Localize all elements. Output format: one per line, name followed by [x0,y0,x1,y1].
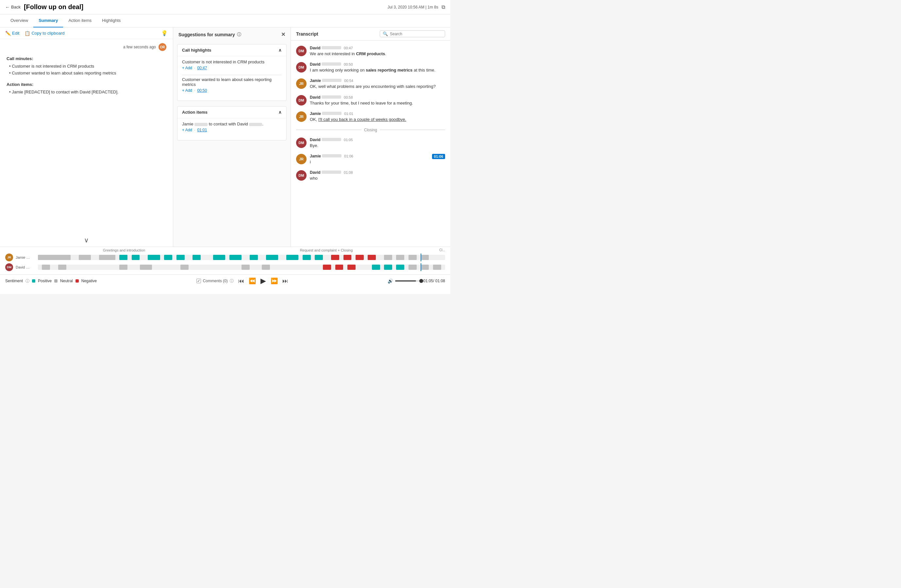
add-highlight-1-button[interactable]: + Add [182,66,192,70]
left-content: a few seconds ago OR Call minutes: • Cus… [0,39,173,247]
search-input[interactable] [390,32,439,36]
comments-checkbox[interactable]: ✓ [196,278,201,283]
timeline-labels: Greetings and introduction Request and c… [0,247,450,252]
entry-text-5: OK, I'll call you back in a couple of we… [310,117,445,123]
bullet-item-2: • Customer wanted to learn about sales r… [6,70,166,75]
entry-name-8: David [310,170,341,175]
highlight-text-2: Customer wanted to learn about sales rep… [182,77,282,87]
entry-time-1: 00:47 [344,46,353,50]
transcript-entry-7: JR Jamie 01:06 i 01:06 [291,151,450,168]
negative-dot [75,279,79,283]
edit-button[interactable]: ✏️ Edit [5,31,19,36]
close-suggestions-button[interactable]: ✕ [281,31,285,37]
action-item-1: Jamie to contact with David . + Add · 01… [182,121,282,132]
expand-chevron[interactable]: ∨ [84,236,89,244]
play-button[interactable]: ▶ [260,277,266,285]
entry-name-1: David [310,46,341,50]
avatar-david-3: DM [296,95,307,106]
closing-line-right [380,130,445,130]
entry-name-5: Jamie [310,111,341,116]
entry-name-time-5: Jamie 01:01 [310,111,445,116]
action-items-card: Action items ∧ Jamie to contact with Dav… [177,106,287,140]
copy-label: Copy to clipboard [31,31,64,36]
divider-1 [182,75,282,75]
entry-body-8: David 01:08 who [310,170,445,181]
tab-summary[interactable]: Summary [33,14,63,28]
skip-to-start-button[interactable]: ⏮ [238,278,244,285]
highlight-actions-2: + Add · 00:50 [182,88,282,93]
edit-label: Edit [12,31,19,36]
clipboard-icon: 📋 [25,31,30,36]
action-items-heading: Action items: [6,82,166,87]
entry-name-time-3: Jamie 00:54 [310,78,445,83]
transcript-entry-2: DM David 00:50 I am working only working… [291,59,450,76]
callback-link[interactable]: I'll call you back in a couple of weeks … [318,117,406,122]
tab-highlights[interactable]: Highlights [97,14,126,28]
fast-forward-button[interactable]: ⏩ [271,277,278,285]
action-item-timestamp-1[interactable]: 01:01 [197,128,207,132]
entry-body-4: David 00:58 Thanks for your time, but I … [310,95,445,106]
comments-info-icon: ⓘ [230,278,234,284]
header-datetime: Jul 3, 2020 10:56 AM | 1m 8s [388,5,438,9]
skip-to-end-button[interactable]: ⏭ [282,278,288,285]
header-right: Jul 3, 2020 10:56 AM | 1m 8s ⧉ [388,4,445,10]
entry-time-8: 01:08 [344,171,353,174]
add-action-item-1-button[interactable]: + Add [182,128,192,132]
action-bullet-1: • Jamie [REDACTED] to contact with David… [6,90,166,95]
entry-name-time-8: David 01:08 [310,170,445,175]
volume-area: 🔊 01:05/ 01:08 [388,278,445,283]
entry-name-7: Jamie [310,154,341,159]
action-items-body: Jamie to contact with David . + Add · 01… [178,118,286,140]
collapse-highlights-icon: ∧ [278,48,282,53]
label-cl: Cl... [439,248,445,252]
highlight-text-1: Customer is not interested in CRM produc… [182,59,282,64]
volume-icon: 🔊 [388,278,393,283]
tabs-bar: Overview Summary Action items Highlights [0,14,450,28]
highlight-timestamp-2[interactable]: 00:50 [197,88,207,93]
rewind-button[interactable]: ⏪ [249,277,256,285]
call-highlights-header[interactable]: Call highlights ∧ [178,44,286,56]
copy-page-icon[interactable]: ⧉ [441,4,445,10]
sentiment-label: Sentiment [5,278,23,283]
dot-2: · [194,88,195,93]
back-button[interactable]: ← Back [5,5,20,10]
transcript-entry-4: DM David 00:58 Thanks for your time, but… [291,92,450,109]
track-bar-jamie[interactable] [38,255,445,260]
user-avatar-small: OR [159,43,166,51]
copy-to-clipboard-button[interactable]: 📋 Copy to clipboard [25,31,64,36]
closing-label: Closing [364,128,377,132]
right-panel: Transcript 🔍 DM David 00:47 We are not i… [291,28,450,247]
highlight-timestamp-1[interactable]: 00:47 [197,66,207,70]
entry-name-time-7: Jamie 01:06 [310,154,429,159]
playback-time: 01:05/ 01:08 [423,278,445,283]
entry-body-7: Jamie 01:06 i [310,154,429,165]
negative-label: Negative [81,278,97,283]
dot-3: · [194,128,195,132]
transcript-search-box[interactable]: 🔍 [380,30,445,37]
entry-text-8: who [310,176,445,181]
comments-label: Comments (0) [203,278,228,283]
add-highlight-2-button[interactable]: + Add [182,88,192,93]
avatar-david-4: DM [296,137,307,148]
track-bar-david[interactable] [38,264,445,270]
entry-time-3: 00:54 [344,79,353,82]
info-icon: ⓘ [237,32,241,37]
entry-text-1: We are not interested in CRM products. [310,51,445,57]
auto-save-timestamp: a few seconds ago [123,45,156,49]
action-items-header[interactable]: Action items ∧ [178,106,286,118]
volume-slider[interactable] [395,280,421,282]
left-toolbar: ✏️ Edit 📋 Copy to clipboard 💡 [0,28,173,39]
bullet-item-1: • Customer is not interested in CRM prod… [6,64,166,68]
tab-action-items[interactable]: Action items [63,14,97,28]
track-row-jamie: JR Jamie ... [5,254,445,261]
lightbulb-icon[interactable]: 💡 [161,30,168,36]
action-item-text-1: Jamie to contact with David . [182,121,282,126]
entry-text-2: I am working only working on sales repor… [310,67,445,73]
toolbar-left: ✏️ Edit 📋 Copy to clipboard [5,31,65,36]
suggestions-panel: Suggestions for summary ⓘ ✕ Call highlig… [173,28,291,247]
timestamp-row: a few seconds ago OR [6,43,166,51]
tab-overview[interactable]: Overview [5,14,33,28]
volume-fill [395,280,416,282]
entry-name-6: David [310,137,341,142]
entry-name-3: Jamie [310,78,341,83]
